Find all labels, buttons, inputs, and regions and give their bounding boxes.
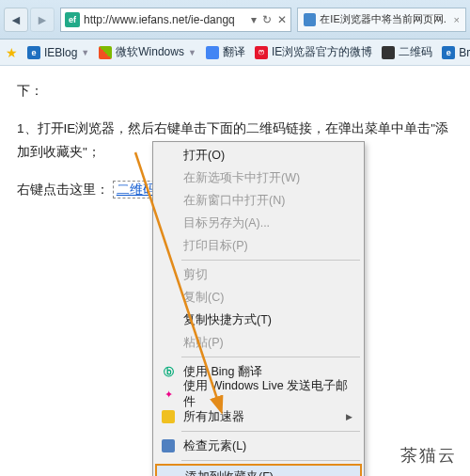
menu-label: 使用 Bing 翻译 <box>183 364 262 380</box>
browser-tab[interactable]: 在IE浏览器中将当前网页网... × <box>297 8 466 32</box>
fav-label: 二维码 <box>399 44 432 60</box>
fav-item-weibo[interactable]: ෆ IE浏览器官方的微博 <box>255 44 372 60</box>
menu-label: 打印目标(P) <box>183 238 248 254</box>
menu-label: 打开(O) <box>183 148 225 164</box>
menu-inspect-element[interactable]: 检查元素(L) <box>155 435 362 457</box>
menu-add-to-favorites[interactable]: 添加到收藏夹(F)... <box>155 464 362 476</box>
menu-label: 在新选项卡中打开(W) <box>183 170 300 186</box>
fav-label: IEBlog <box>44 46 77 59</box>
menu-label: 粘贴(P) <box>183 335 224 351</box>
fav-item-translate[interactable]: 翻译 <box>206 44 245 60</box>
browser-titlebar: ◄ ► ef http://www.iefans.net/ie-dangq ▾ … <box>0 0 470 40</box>
link-prefix: 右键点击这里： <box>17 182 109 197</box>
tab-favicon <box>304 13 316 26</box>
url-text: http://www.iefans.net/ie-dangq <box>84 13 247 26</box>
fav-label: IE浏览器官方的微博 <box>272 44 372 60</box>
dropdown-icon[interactable]: ▾ <box>251 13 257 26</box>
menu-open-new-window: 在新窗口中打开(N) <box>155 189 362 212</box>
submenu-arrow-icon: ▶ <box>346 412 352 421</box>
favorites-bar: ★ e IEBlog ▼ 微软Windows ▼ 翻译 ෆ IE浏览器官方的微博… <box>0 40 470 66</box>
menu-separator <box>181 460 360 461</box>
menu-copy: 复制(C) <box>155 286 362 309</box>
menu-label: 检查元素(L) <box>183 438 246 454</box>
context-menu: 打开(O) 在新选项卡中打开(W) 在新窗口中打开(N) 目标另存为(A)...… <box>152 141 365 476</box>
nav-arrows: ◄ ► <box>4 8 55 32</box>
menu-separator <box>181 260 360 261</box>
menu-label: 剪切 <box>183 267 208 283</box>
menu-save-target: 目标另存为(A)... <box>155 212 362 234</box>
menu-label: 复制(C) <box>183 290 224 306</box>
menu-separator <box>181 431 360 432</box>
fav-label: 微软Windows <box>116 44 184 60</box>
refresh-icon[interactable]: ↻ <box>262 13 272 26</box>
ie-icon: e <box>442 46 455 59</box>
chevron-down-icon: ▼ <box>81 48 89 57</box>
tab-close-icon[interactable]: × <box>454 14 460 25</box>
address-bar[interactable]: ef http://www.iefans.net/ie-dangq ▾ ↻ ✕ <box>60 8 291 32</box>
windows-icon <box>99 46 112 59</box>
stop-icon[interactable]: ✕ <box>277 13 287 26</box>
menu-copy-shortcut[interactable]: 复制快捷方式(T) <box>155 309 362 331</box>
bing-icon: ⓑ <box>161 364 176 379</box>
menu-label: 所有加速器 <box>183 409 244 425</box>
fav-item-windows[interactable]: 微软Windows ▼ <box>99 44 196 60</box>
inspect-icon <box>162 439 175 452</box>
forward-button[interactable]: ► <box>30 8 55 32</box>
favorites-star-icon[interactable]: ★ <box>6 45 18 60</box>
menu-live-mail[interactable]: ✦ 使用 Windows Live 发送电子邮件 <box>155 383 362 405</box>
accelerator-icon <box>162 410 175 423</box>
weibo-icon: ෆ <box>255 46 268 59</box>
menu-paste: 粘贴(P) <box>155 331 362 354</box>
windows-live-icon: ✦ <box>161 387 176 402</box>
fav-label: Brooksville C <box>459 46 470 59</box>
back-button[interactable]: ◄ <box>4 8 28 32</box>
menu-open[interactable]: 打开(O) <box>155 144 362 167</box>
menu-label: 在新窗口中打开(N) <box>183 193 285 209</box>
menu-all-accelerators[interactable]: 所有加速器 ▶ <box>155 405 362 428</box>
fav-item-brooksville[interactable]: e Brooksville C <box>442 46 470 59</box>
menu-print-target: 打印目标(P) <box>155 234 362 257</box>
menu-cut: 剪切 <box>155 263 362 286</box>
ie-icon: e <box>27 46 40 59</box>
menu-label: 复制快捷方式(T) <box>183 312 272 328</box>
fav-label: 翻译 <box>223 44 245 60</box>
fav-item-qrcode[interactable]: 二维码 <box>382 44 432 60</box>
menu-separator <box>181 357 360 357</box>
address-icons: ▾ ↻ ✕ <box>251 13 287 26</box>
tab-title: 在IE浏览器中将当前网页网... <box>320 12 446 26</box>
translate-icon <box>206 46 219 59</box>
menu-label: 添加到收藏夹(F)... <box>185 469 283 477</box>
menu-open-new-tab: 在新选项卡中打开(W) <box>155 167 362 189</box>
fav-item-ieblog[interactable]: e IEBlog ▼ <box>27 46 89 59</box>
chevron-down-icon: ▼ <box>188 48 196 57</box>
site-favicon: ef <box>65 12 80 27</box>
menu-label: 目标另存为(A)... <box>183 215 270 231</box>
content-line-0: 下： <box>17 79 453 103</box>
qrcode-icon <box>382 46 395 59</box>
watermark-text: 茶猫云 <box>400 444 457 467</box>
